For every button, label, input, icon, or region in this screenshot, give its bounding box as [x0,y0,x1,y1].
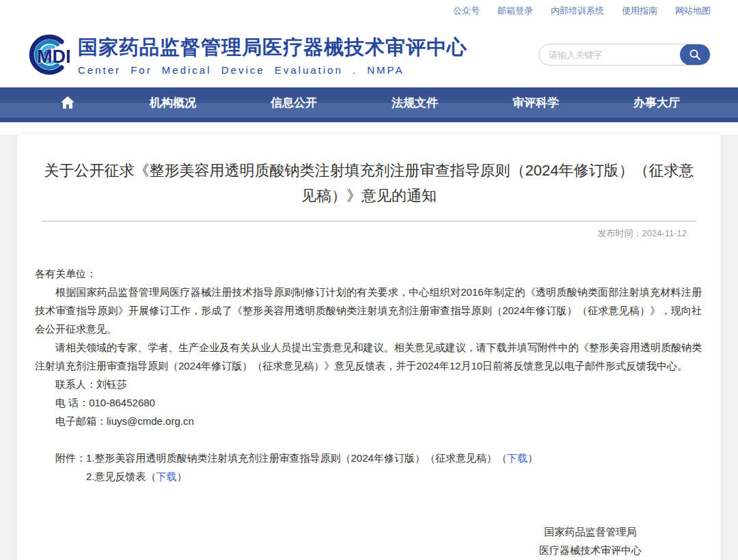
paragraph: 根据国家药品监督管理局医疗器械注册技术指导原则制修订计划的有关要求，中心组织对2… [35,283,702,338]
nav-bottom-strip [0,117,738,122]
attachment-name: 2.意见反馈表 [86,471,146,482]
logo-title-en: Center For Medical Device Evaluation . N… [78,64,467,76]
nav-item-regulations[interactable]: 法规文件 [392,95,438,111]
header-spacer [0,122,738,135]
nav-item-service-hall[interactable]: 办事大厅 [633,95,680,111]
signature-block: 国家药品监督管理局 医疗器械技术审评中心 2024年11月11日 [519,522,662,560]
site-header: MDE 国家药品监督管理局医疗器械技术审评中心 Center For Medic… [0,22,738,87]
paren: ） [177,471,187,482]
page: 公众号 邮箱登录 内部培训系统 使用指南 网站地图 MDE 国家药品监督管理局医… [0,0,738,560]
topbar-link-user-guide[interactable]: 使用指南 [622,5,657,17]
salutation: 各有关单位： [35,264,702,283]
topbar-link-sitemap[interactable]: 网站地图 [675,5,711,17]
article-body: 各有关单位： 根据国家药品监督管理局医疗器械注册技术指导原则制修订计划的有关要求… [27,240,711,560]
logo-title-cn: 国家药品监督管理局医疗器械技术审评中心 [78,34,467,61]
attachment-item: 附件：1.整形美容用透明质酸钠类注射填充剂注册审查指导原则（2024年修订版）（… [35,449,702,467]
main-nav: 机构概况 信息公开 法规文件 审评科学 办事大厅 [0,87,738,117]
paragraph: 请相关领域的专家、学者、生产企业及有关从业人员提出宝贵意见和建议。相关意见或建议… [35,338,702,375]
nav-item-about[interactable]: 机构概况 [150,95,196,111]
search-input[interactable] [539,44,680,65]
attachment-name: 1.整形美容用透明质酸钠类注射填充剂注册审查指导原则（2024年修订版）（征求意… [86,452,497,464]
svg-text:MDE: MDE [37,46,70,67]
home-icon [60,96,75,109]
article-title: 关于公开征求《整形美容用透明质酸钠类注射填充剂注册审查指导原则（2024年修订版… [41,158,697,208]
topbar-link-wechat[interactable]: 公众号 [453,5,480,17]
attachments-label: 附件： [55,452,86,464]
topbar-link-mail-login[interactable]: 邮箱登录 [497,5,533,17]
attachment-item: 2.意见反馈表（下载） [35,467,702,486]
signature-org-2: 医疗器械技术审评中心 [519,541,662,559]
topbar-link-training-system[interactable]: 内部培训系统 [551,5,604,17]
contact-person: 联系人：刘钰莎 [35,375,702,393]
contact-phone: 电 话：010-86452680 [35,393,702,412]
attachment-download-link[interactable]: 下载 [507,452,528,464]
site-search [538,44,711,66]
article-card: 关于公开征求《整形美容用透明质酸钠类注射填充剂注册审查指导原则（2024年修订版… [17,135,721,560]
paren: （ [146,471,156,482]
attachments: 附件：1.整形美容用透明质酸钠类注射填充剂注册审查指导原则（2024年修订版）（… [35,449,702,486]
attachment-download-link[interactable]: 下载 [156,471,177,482]
logo-text: 国家药品监督管理局医疗器械技术审评中心 Center For Medical D… [78,34,467,76]
paren: ） [528,452,538,464]
search-button[interactable] [680,44,710,66]
search-icon [689,48,701,61]
publish-time: 发布时间：2024-11-12 [27,227,687,240]
title-divider [42,221,696,222]
paren: （ [497,452,507,464]
top-utility-bar: 公众号 邮箱登录 内部培训系统 使用指南 网站地图 [0,0,738,22]
nav-item-info-disclosure[interactable]: 信息公开 [271,95,317,111]
signature-org-1: 国家药品监督管理局 [519,522,662,541]
contact-email: 电子邮箱：liuys@cmde.org.cn [35,412,702,430]
cmde-logo-icon: MDE [19,30,70,79]
nav-item-review-science[interactable]: 审评科学 [512,95,559,111]
site-logo[interactable]: MDE 国家药品监督管理局医疗器械技术审评中心 Center For Medic… [19,30,467,79]
nav-home[interactable] [60,96,75,109]
